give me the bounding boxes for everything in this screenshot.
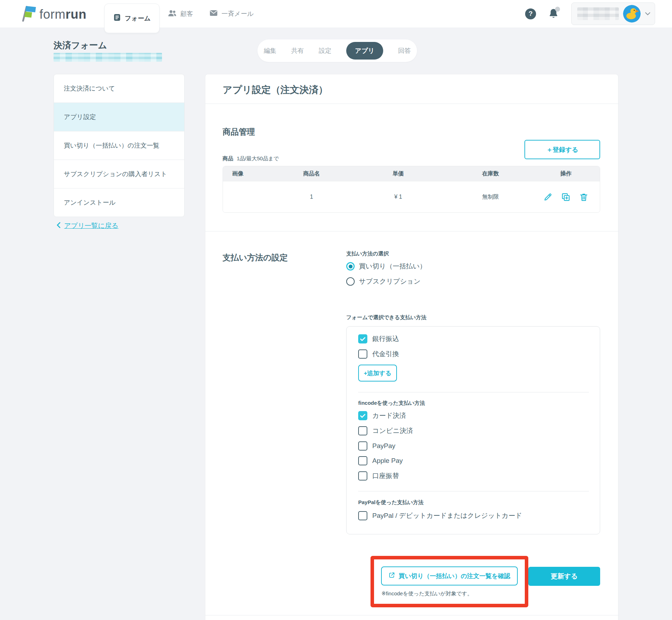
account-menu[interactable] [571, 2, 655, 25]
radio-subscription[interactable]: サブスクリプション [346, 277, 421, 286]
account-name-redacted [577, 7, 619, 20]
col-image: 画像 [223, 170, 276, 178]
form-icon [113, 13, 121, 23]
add-method-button[interactable]: +追加する [358, 365, 397, 382]
formrun-wordmark: formrun [39, 7, 87, 22]
update-button[interactable]: 更新する [528, 567, 600, 586]
checkbox-checked-icon [358, 411, 367, 420]
app-settings-panel: アプリ設定（注文決済） 商品管理 商品1品/最大50品まで ＋登録する 画像 商… [205, 74, 618, 620]
checkbox-konbini-payment[interactable]: コンビニ決済 [358, 426, 413, 435]
form-name-redacted [54, 53, 162, 62]
app-screen: formrun フォーム 顧客 一斉メール ? [0, 0, 672, 620]
checkbox-unchecked-icon [358, 441, 367, 451]
formrun-logo[interactable]: formrun [20, 5, 87, 24]
tab-edit[interactable]: 編集 [264, 46, 276, 55]
notifications-bell-icon[interactable] [548, 8, 559, 20]
top-tab-label: フォーム [125, 14, 150, 23]
checkbox-paypay[interactable]: PayPay [358, 441, 395, 451]
col-stock: 在庫数 [449, 170, 532, 178]
top-tab-forms[interactable]: フォーム [104, 4, 160, 33]
sidebar-item-uninstall[interactable]: アンインストール [54, 188, 184, 217]
checkbox-card-payment[interactable]: カード決済 [358, 411, 406, 420]
register-product-button[interactable]: ＋登録する [524, 140, 600, 159]
radio-unselected-icon [346, 277, 355, 286]
checkbox-unchecked-icon [358, 426, 367, 435]
panel-title: アプリ設定（注文決済） [223, 83, 328, 96]
annotation-highlight-box: 買い切り（一括払い）の注文一覧を確認 ※fincodeを使った支払いが対象です。 [371, 556, 528, 607]
top-tab-label: 顧客 [180, 10, 193, 18]
product-count: 商品1品/最大50品まで [223, 155, 279, 162]
col-actions: 操作 [532, 170, 600, 178]
tab-responses[interactable]: 回答 [398, 46, 411, 55]
payment-methods-box: 銀行振込 代金引換 +追加する fincodeを使った支払い方法 カード決済 [346, 326, 600, 534]
top-tab-bulkmail[interactable]: 一斉メール [209, 0, 254, 27]
sidebar-item-app-settings[interactable]: アプリ設定 [54, 103, 184, 131]
product-section-heading: 商品管理 [223, 126, 255, 137]
fincode-methods-label: fincodeを使った支払い方法 [358, 400, 425, 407]
checkbox-paypal[interactable]: PayPal / デビットカードまたはクレジットカード [358, 511, 522, 520]
orders-note: ※fincodeを使った支払いが対象です。 [381, 590, 472, 597]
sidebar-item-about-payments[interactable]: 注文決済について [54, 74, 184, 103]
checkbox-unchecked-icon [358, 511, 367, 520]
mail-icon [209, 9, 218, 19]
product-actions-cell [532, 192, 600, 202]
chevron-left-icon [56, 222, 61, 230]
avatar [623, 5, 641, 23]
payment-settings-column: 支払い方法の選択 買い切り（一括払い） サブスクリプション フォームで選択できる… [346, 250, 600, 536]
tab-share[interactable]: 共有 [291, 46, 304, 55]
app-settings-sidebar: 注文決済について アプリ設定 買い切り（一括払い）の注文一覧 サブスクリプション… [54, 74, 185, 217]
checkbox-unchecked-icon [358, 456, 367, 465]
checkbox-unchecked-icon [358, 349, 367, 359]
product-stock-cell: 無制限 [449, 193, 532, 201]
sidebar-item-onetime-orders[interactable]: 買い切り（一括払い）の注文一覧 [54, 131, 184, 160]
checkbox-unchecked-icon [358, 471, 367, 480]
divider [358, 392, 589, 392]
radio-selected-icon [346, 262, 355, 271]
formrun-flag-icon [20, 5, 36, 24]
divider [205, 615, 619, 615]
checkbox-apple-pay[interactable]: Apple Pay [358, 456, 403, 465]
paypal-methods-label: PayPalを使った支払い方法 [358, 499, 424, 506]
divider [205, 104, 619, 104]
payment-section-heading: 支払い方法の設定 [223, 252, 288, 263]
duplicate-icon[interactable] [561, 192, 571, 202]
table-row: 1 ¥ 1 無制限 [223, 181, 600, 212]
payment-selection-label: 支払い方法の選択 [346, 250, 389, 257]
notification-dot [555, 7, 560, 12]
edit-icon[interactable] [543, 192, 553, 202]
product-table: 画像 商品名 単価 在庫数 操作 1 ¥ 1 無制限 [223, 166, 600, 213]
back-to-app-list-link[interactable]: アプリ一覧に戻る [56, 221, 118, 230]
product-price-cell: ¥ 1 [347, 194, 449, 200]
tab-settings[interactable]: 設定 [319, 46, 331, 55]
view-onetime-orders-button[interactable]: 買い切り（一括払い）の注文一覧を確認 [381, 566, 518, 585]
delete-icon[interactable] [579, 192, 589, 202]
tab-apps[interactable]: アプリ [346, 42, 383, 60]
page-title: 決済フォーム [54, 39, 107, 51]
checkbox-account-transfer[interactable]: 口座振替 [358, 471, 399, 480]
external-link-icon [388, 572, 395, 580]
divider [358, 491, 589, 491]
form-tab-bar: 編集 共有 設定 アプリ 回答 [257, 39, 417, 62]
customers-icon [168, 9, 177, 19]
checkbox-bank-transfer[interactable]: 銀行振込 [358, 334, 399, 343]
radio-onetime-payment[interactable]: 買い切り（一括払い） [346, 262, 426, 271]
checkbox-cash-on-delivery[interactable]: 代金引換 [358, 349, 399, 359]
topbar-right-controls: ? [525, 0, 655, 27]
divider [205, 231, 619, 231]
sidebar-item-subscription-buyers[interactable]: サブスクリプションの購入者リスト [54, 160, 184, 188]
form-methods-label: フォームで選択できる支払い方法 [346, 314, 427, 321]
top-tab-label: 一斉メール [222, 10, 254, 18]
top-bar: formrun フォーム 顧客 一斉メール ? [0, 0, 672, 27]
col-price: 単価 [347, 170, 449, 178]
product-name-cell: 1 [276, 194, 347, 200]
top-tab-customers[interactable]: 顧客 [168, 0, 193, 27]
product-table-header: 画像 商品名 単価 在庫数 操作 [223, 166, 600, 181]
help-icon[interactable]: ? [525, 8, 536, 19]
chevron-down-icon [645, 11, 651, 17]
checkbox-checked-icon [358, 334, 367, 343]
col-name: 商品名 [276, 170, 347, 178]
